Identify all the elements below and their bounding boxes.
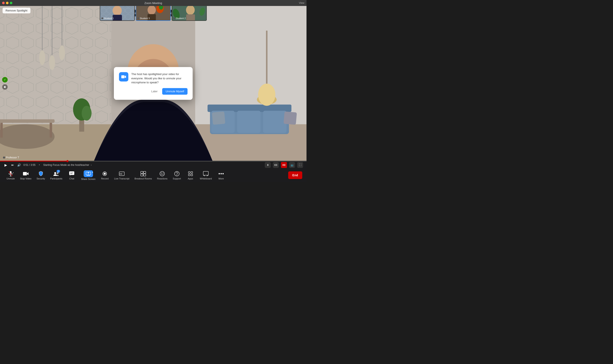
live-transcript-label: Live Transcript: [114, 177, 129, 180]
svg-point-31: [39, 50, 45, 65]
svg-rect-78: [188, 172, 190, 173]
bottom-toolbar: ▶ ⏭ 🔊 0:51 / 3:55 • Starting Focus Mode …: [0, 161, 306, 182]
svg-rect-43: [284, 111, 297, 125]
share-screen-icon: ▲: [84, 170, 93, 177]
svg-rect-80: [188, 174, 190, 176]
playback-dropdown[interactable]: ›: [91, 164, 92, 167]
title-bar: Zoom Meeting View: [0, 0, 306, 6]
support-label: Support: [173, 177, 181, 180]
fullscreen-button[interactable]: ⛶: [297, 162, 303, 168]
close-button[interactable]: [2, 2, 5, 4]
support-toolbar-item[interactable]: Support: [170, 169, 183, 181]
student2-label: Student 2: [174, 17, 186, 20]
unmute-caret-icon[interactable]: ▲: [12, 172, 14, 173]
svg-rect-79: [191, 172, 193, 173]
chat-toolbar-item[interactable]: Chat: [65, 169, 78, 181]
maximize-button[interactable]: [10, 2, 12, 4]
svg-point-27: [82, 106, 92, 120]
spotlight-dialog: The host has spotlighted your video for …: [114, 67, 193, 100]
dialog-message: The host has spotlighted your video for …: [131, 72, 188, 85]
unmute-myself-button[interactable]: Unmute Myself: [162, 88, 188, 95]
share-screen-toolbar-item[interactable]: ▲ Share Screen: [79, 169, 97, 182]
dialog-content: The host has spotlighted your video for …: [119, 72, 188, 85]
svg-rect-23: [0, 123, 3, 138]
main-video: Remove Spotlight Participants can see on…: [0, 6, 306, 161]
svg-text:CC: CC: [120, 173, 123, 175]
window-controls: [2, 2, 12, 4]
focus-mode-text: Starting Focus Mode as the host/teacher …: [43, 164, 262, 167]
student1-label: Student 1: [102, 17, 114, 20]
chat-label: Chat: [69, 177, 74, 180]
svg-point-32: [49, 55, 55, 70]
svg-point-6: [148, 6, 156, 15]
svg-rect-22: [0, 119, 54, 123]
participants-toolbar-item[interactable]: 4 ▲ Participants: [48, 169, 65, 181]
svg-point-73: [160, 171, 164, 176]
remove-spotlight-button[interactable]: Remove Spotlight: [2, 8, 30, 13]
more-label: More: [218, 177, 224, 180]
chat-icon: [69, 171, 75, 177]
pause-button[interactable]: ⏸: [265, 162, 271, 168]
svg-point-75: [163, 173, 163, 173]
skip-forward-button[interactable]: ⏭: [11, 163, 14, 167]
svg-rect-19: [0, 6, 111, 129]
live-transcript-toolbar-item[interactable]: CC Live Transcript: [112, 169, 132, 181]
unmute-toolbar-item[interactable]: ▲ Unmute: [4, 169, 17, 181]
breakout-rooms-icon: [140, 171, 146, 177]
video-caret-icon[interactable]: ▲: [27, 172, 29, 173]
playback-right-controls: ⏸ CC HD 📺 ⛶: [265, 162, 303, 168]
end-button[interactable]: End: [288, 171, 302, 179]
svg-point-58: [54, 172, 56, 174]
svg-rect-81: [191, 174, 193, 176]
more-toolbar-item[interactable]: More: [215, 169, 228, 181]
svg-rect-60: [69, 171, 74, 175]
whiteboard-label: Whiteboard: [200, 177, 212, 180]
dialog-buttons: Later Unmute Myself: [119, 88, 188, 95]
later-button[interactable]: Later: [149, 89, 160, 94]
svg-point-86: [220, 173, 222, 174]
reactions-toolbar-item[interactable]: Reactions: [155, 169, 170, 181]
camera-toolbar-icon: ▲: [23, 171, 29, 177]
camera-icon-circle[interactable]: ⏺: [2, 84, 8, 90]
mic-icon: ▲: [8, 171, 14, 177]
volume-button[interactable]: 🔊: [17, 163, 21, 167]
whiteboard-icon: [203, 171, 209, 177]
cast-button[interactable]: 📺: [289, 162, 295, 168]
svg-rect-40: [237, 111, 260, 133]
breakout-rooms-toolbar-item[interactable]: Breakout Rooms: [132, 169, 154, 181]
video-container: Remove Spotlight Participants can see on…: [0, 6, 306, 161]
record-toolbar-item[interactable]: Record: [98, 169, 111, 181]
share-caret-icon[interactable]: ▲: [92, 171, 94, 173]
status-icon-green: ✓: [2, 77, 8, 82]
progress-bar-fill: [0, 161, 68, 162]
whiteboard-toolbar-item[interactable]: Whiteboard: [198, 169, 214, 181]
apps-label: Apps: [188, 177, 193, 180]
stop-video-label: Stop Video: [20, 177, 31, 180]
unmute-label: Unmute: [7, 177, 15, 180]
svg-rect-72: [143, 174, 146, 176]
participants-caret-icon[interactable]: ▲: [58, 172, 60, 173]
student3-label: Student 3: [137, 17, 150, 20]
security-toolbar-item[interactable]: Security: [34, 169, 47, 181]
time-display: 0:51 / 3:55: [23, 164, 36, 167]
svg-rect-42: [212, 111, 225, 125]
reactions-icon: [159, 171, 165, 177]
svg-point-74: [161, 173, 162, 173]
svg-point-46: [258, 84, 275, 106]
svg-rect-70: [143, 171, 146, 173]
main-video-area: Remove Spotlight Participants can see on…: [0, 6, 306, 161]
svg-rect-69: [141, 171, 143, 173]
stop-video-toolbar-item[interactable]: ▲ Stop Video: [18, 169, 34, 181]
apps-icon: [188, 171, 193, 177]
cc-button[interactable]: CC: [273, 162, 279, 168]
professor-mic-icon: [3, 156, 5, 159]
record-icon: [102, 171, 108, 177]
progress-bar[interactable]: [0, 161, 306, 162]
play-button[interactable]: ▶: [3, 163, 8, 167]
hd-button[interactable]: HD: [281, 162, 287, 168]
svg-rect-41: [263, 111, 286, 133]
svg-rect-13: [186, 14, 195, 21]
view-button[interactable]: View: [299, 1, 304, 4]
apps-toolbar-item[interactable]: Apps: [184, 169, 197, 181]
minimize-button[interactable]: [6, 2, 9, 4]
